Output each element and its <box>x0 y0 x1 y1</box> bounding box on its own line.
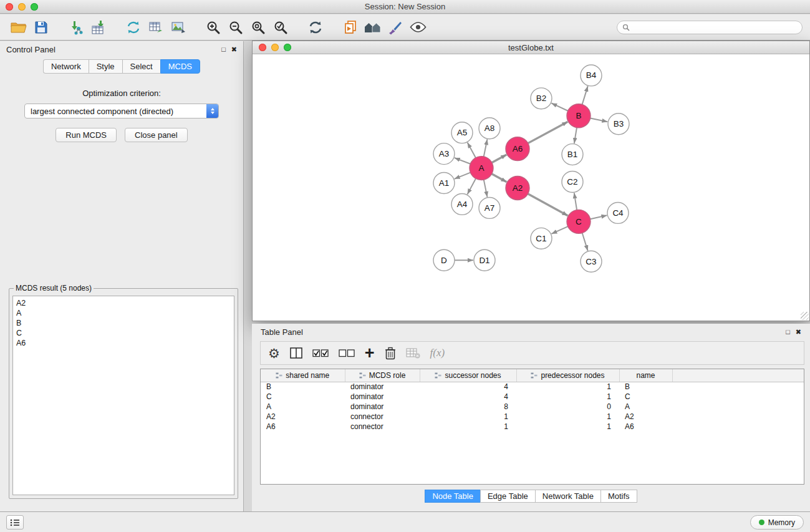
node-table: shared name MCDS role successor nodes pr… <box>261 369 804 432</box>
close-panel-icon[interactable]: ✖ <box>231 46 237 53</box>
network-window-titlebar[interactable]: testGlobe.txt <box>253 41 809 54</box>
float-panel-icon[interactable]: □ <box>221 46 226 53</box>
graph-edge-A-A4[interactable] <box>467 178 476 194</box>
trash-icon <box>385 347 396 360</box>
zoom-fit-icon <box>251 20 266 35</box>
column-header-shared-name[interactable]: shared name <box>261 369 345 382</box>
network-canvas[interactable]: AA1A2A3A4A5A6A7A8BB1B2B3B4CC1C2C3C4DD1 <box>253 54 809 321</box>
table-row[interactable]: Bdominator41B <box>261 382 804 392</box>
graph-node-label: A1 <box>439 178 450 188</box>
resize-grip[interactable] <box>801 312 809 320</box>
network-view-window: testGlobe.txt AA1A2A3A4A5A6A7A8BB1B2B3B4… <box>252 41 810 321</box>
brush-icon <box>388 20 403 35</box>
table-panel-header: Table Panel □ ✖ <box>252 324 810 340</box>
table-row[interactable]: A2connector11A2 <box>261 412 804 422</box>
graph-edge-B-B2[interactable] <box>551 103 567 110</box>
graph-edge-A-A3[interactable] <box>455 158 470 164</box>
graph-node-label: A7 <box>485 203 495 213</box>
delete-column-button[interactable] <box>385 344 396 362</box>
manage-networks-button[interactable] <box>339 17 362 38</box>
select-all-button[interactable] <box>312 344 329 362</box>
tab-motifs[interactable]: Motifs <box>600 490 637 503</box>
column-header-name[interactable]: name <box>619 369 672 382</box>
apply-style-button[interactable] <box>384 17 407 38</box>
zoom-fit-button[interactable] <box>247 17 269 38</box>
graph-edge-A2-C[interactable] <box>528 194 568 216</box>
tab-network-table[interactable]: Network Table <box>535 490 600 503</box>
import-network-button[interactable] <box>65 17 87 38</box>
table-row[interactable]: Cdominator41C <box>261 392 804 402</box>
graph-edge-C-C1[interactable] <box>551 226 567 234</box>
table-mode-button[interactable]: ⚙ <box>268 344 280 362</box>
run-mcds-button[interactable]: Run MCDS <box>55 128 117 142</box>
close-table-panel-icon[interactable]: ✖ <box>796 329 801 336</box>
tab-mcds[interactable]: MCDS <box>160 59 200 74</box>
zoom-out-button[interactable] <box>224 17 247 38</box>
graph-edge-B-B3[interactable] <box>591 118 608 122</box>
table-row[interactable]: Adominator80A <box>261 402 804 412</box>
graph-edge-C-C3[interactable] <box>582 233 588 251</box>
tree-icon <box>276 372 282 379</box>
mcds-result-list[interactable]: A2 A B C A6 <box>12 296 234 495</box>
list-item[interactable]: A <box>16 308 231 318</box>
fx-icon: f(x) <box>430 347 445 359</box>
apply-layout-button[interactable] <box>304 17 327 38</box>
export-table-button[interactable] <box>145 17 167 38</box>
node-table-container[interactable]: shared name MCDS role successor nodes pr… <box>260 369 804 485</box>
column-chooser-button[interactable] <box>290 344 302 362</box>
float-table-panel-icon[interactable]: □ <box>786 329 790 336</box>
list-item[interactable]: A6 <box>16 338 231 348</box>
column-header-successor-nodes[interactable]: successor nodes <box>420 369 516 382</box>
graph-node-label: A4 <box>457 200 468 209</box>
list-item[interactable]: C <box>16 328 231 338</box>
image-export-icon <box>171 20 186 35</box>
deselect-all-button[interactable] <box>339 344 355 362</box>
zoom-in-button[interactable] <box>202 17 224 38</box>
graph-edge-B-B1[interactable] <box>574 127 577 143</box>
list-item[interactable]: A2 <box>16 298 231 308</box>
search-input[interactable] <box>633 23 797 32</box>
column-header-mcds-role[interactable]: MCDS role <box>345 369 420 382</box>
graph-edge-A-A6[interactable] <box>492 155 507 163</box>
tab-select[interactable]: Select <box>122 59 160 74</box>
optimization-criterion-select[interactable]: largest connected component (directed) <box>24 104 219 118</box>
graph-edge-B-B4[interactable] <box>582 86 588 105</box>
table-panel: Table Panel □ ✖ ⚙ + f(x) shared name MCD… <box>252 324 810 511</box>
task-history-button[interactable] <box>6 515 24 530</box>
import-table-button[interactable] <box>87 17 110 38</box>
graph-edge-A-A7[interactable] <box>484 180 488 197</box>
status-bar: Memory <box>0 511 810 532</box>
graph-edge-A-A5[interactable] <box>468 142 476 157</box>
tab-network[interactable]: Network <box>43 59 89 74</box>
graph-node-label: C4 <box>612 208 624 218</box>
tree-icon <box>531 372 538 379</box>
graph-edge-A6-B[interactable] <box>528 122 568 143</box>
graph-edge-A-A8[interactable] <box>484 139 488 157</box>
network-graph[interactable]: AA1A2A3A4A5A6A7A8BB1B2B3B4CC1C2C3C4DD1 <box>253 54 809 321</box>
graphics-details-button[interactable] <box>407 17 429 38</box>
graph-edge-A-A2[interactable] <box>492 174 507 182</box>
network-overview-button[interactable] <box>362 17 384 38</box>
save-session-button[interactable] <box>30 17 52 38</box>
list-item[interactable]: B <box>16 318 231 328</box>
zoom-selected-button[interactable] <box>269 17 292 38</box>
tab-style[interactable]: Style <box>89 59 122 74</box>
graph-edge-C-C4[interactable] <box>591 215 607 219</box>
add-column-button[interactable]: + <box>365 344 375 362</box>
delete-table-button[interactable] <box>406 344 420 362</box>
table-row[interactable]: A6connector11A6 <box>261 422 804 432</box>
graph-edge-A-A1[interactable] <box>455 173 471 179</box>
clone-network-button[interactable] <box>122 17 145 38</box>
tab-edge-table[interactable]: Edge Table <box>480 490 535 503</box>
tab-node-table[interactable]: Node Table <box>425 490 480 503</box>
graph-node-label: B <box>576 111 582 120</box>
close-panel-button[interactable]: Close panel <box>125 128 188 142</box>
export-image-button[interactable] <box>167 17 190 38</box>
search-box[interactable] <box>617 21 803 34</box>
graph-node-label: A3 <box>439 149 450 158</box>
memory-button[interactable]: Memory <box>750 515 804 530</box>
open-session-button[interactable] <box>7 17 30 38</box>
graph-edge-C-C2[interactable] <box>574 193 577 210</box>
function-builder-button[interactable]: f(x) <box>430 344 445 362</box>
column-header-predecessor-nodes[interactable]: predecessor nodes <box>516 369 619 382</box>
